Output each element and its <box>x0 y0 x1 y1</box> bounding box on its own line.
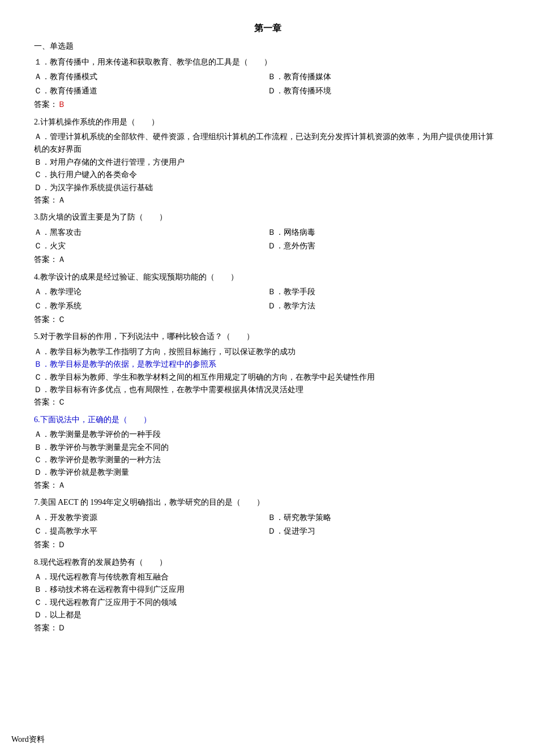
q3-options-row2: Ｃ．火灾 Ｄ．意外伤害 <box>34 240 501 252</box>
q1-options-row1: Ａ．教育传播模式 Ｂ．教育传播媒体 <box>34 71 501 83</box>
q2-body: 计算机操作系统的作用是（ ） <box>40 118 159 126</box>
q1-optD: Ｄ．教育传播环境 <box>268 85 502 97</box>
q6-text: 6.下面说法中，正确的是（ ） <box>34 414 501 426</box>
q7-options-row1: Ａ．开发教学资源 Ｂ．研究教学策略 <box>34 512 501 524</box>
q3-number: 3. <box>34 213 40 221</box>
q8-answer-value: Ｄ <box>58 624 66 632</box>
q3-optB: Ｂ．网络病毒 <box>268 226 502 239</box>
q4-optB: Ｂ．教学手段 <box>268 286 502 298</box>
q1-text: １．教育传播中，用来传递和获取教育、教学信息的工具是（ ） <box>34 56 501 68</box>
q2-answer: 答案：Ａ <box>34 194 501 207</box>
q7-answer: 答案：Ｄ <box>34 539 501 551</box>
q6-answer: 答案：Ａ <box>34 479 501 492</box>
q2-optA: Ａ．管理计算机系统的全部软件、硬件资源，合理组织计算机的工作流程，已达到充分发挥… <box>34 131 501 156</box>
question-2: 2.计算机操作系统的作用是（ ） Ａ．管理计算机系统的全部软件、硬件资源，合理组… <box>34 116 501 207</box>
q4-options-row1: Ａ．教学理论 Ｂ．教学手段 <box>34 286 501 298</box>
q7-answer-value: Ｄ <box>58 540 66 549</box>
q4-optD: Ｄ．教学方法 <box>268 300 502 312</box>
q6-optA: Ａ．教学测量是教学评价的一种手段 <box>34 428 501 441</box>
q8-optC: Ｃ．现代远程教育广泛应用于不同的领域 <box>34 596 501 609</box>
question-4: 4.教学设计的成果是经过验证、能实现预期功能的（ ） Ａ．教学理论 Ｂ．教学手段… <box>34 271 501 327</box>
q8-answer: 答案：Ｄ <box>34 622 501 634</box>
q5-text: 5.对于教学目标的作用，下列说法中，哪种比较合适？（ ） <box>34 330 501 343</box>
q4-optA: Ａ．教学理论 <box>34 286 268 298</box>
q8-optA: Ａ．现代远程教育与传统教育相互融合 <box>34 571 501 583</box>
q6-body: 下面说法中，正确的是（ ） <box>40 415 151 424</box>
q7-optD: Ｄ．促进学习 <box>268 525 502 538</box>
q6-answer-value: Ａ <box>58 481 66 489</box>
q4-answer: 答案：Ｃ <box>34 313 501 326</box>
q1-number: １． <box>34 58 50 66</box>
q4-optC: Ｃ．教学系统 <box>34 300 268 312</box>
q5-optD: Ｄ．教学目标有许多优点，也有局限性，在教学中需要根据具体情况灵活处理 <box>34 384 501 396</box>
question-5: 5.对于教学目标的作用，下列说法中，哪种比较合适？（ ） Ａ．教学目标为教学工作… <box>34 330 501 409</box>
q6-number: 6. <box>34 415 40 424</box>
q5-answer-prefix: 答案： <box>34 398 58 406</box>
q8-body: 现代远程教育的发展趋势有（ ） <box>40 558 167 566</box>
question-6: 6.下面说法中，正确的是（ ） Ａ．教学测量是教学评价的一种手段 Ｂ．教学评价与… <box>34 414 501 492</box>
q2-answer-value: Ａ <box>58 196 66 204</box>
q7-body: 美国 AECT 的 1994年定义明确指出，教学研究的目的是（ ） <box>40 498 265 506</box>
q6-optC: Ｃ．教学评价是教学测量的一种方法 <box>34 454 501 466</box>
q3-optA: Ａ．黑客攻击 <box>34 226 268 239</box>
section-title: 一、单选题 <box>34 41 501 51</box>
q2-answer-prefix: 答案： <box>34 196 58 204</box>
q7-number: 7. <box>34 498 40 506</box>
q1-answer: 答案：Ｂ <box>34 98 501 111</box>
q2-text: 2.计算机操作系统的作用是（ ） <box>34 116 501 128</box>
q6-optB: Ｂ．教学评价与教学测量是完全不同的 <box>34 441 501 454</box>
question-1: １．教育传播中，用来传递和获取教育、教学信息的工具是（ ） Ａ．教育传播模式 Ｂ… <box>34 56 501 111</box>
q6-answer-prefix: 答案： <box>34 481 58 489</box>
q5-optA: Ａ．教学目标为教学工作指明了方向，按照目标施行，可以保证教学的成功 <box>34 346 501 358</box>
q3-answer-value: Ａ <box>58 255 66 264</box>
q5-optC: Ｃ．教学目标为教师、学生和教学材料之间的相互作用规定了明确的方向，在教学中起关键… <box>34 371 501 384</box>
q7-optB: Ｂ．研究教学策略 <box>268 512 502 524</box>
q1-optA: Ａ．教育传播模式 <box>34 71 268 83</box>
q1-answer-value: Ｂ <box>58 100 66 109</box>
q3-optD: Ｄ．意外伤害 <box>268 240 502 252</box>
q3-answer-prefix: 答案： <box>34 255 58 264</box>
q7-text: 7.美国 AECT 的 1994年定义明确指出，教学研究的目的是（ ） <box>34 496 501 509</box>
q5-optB: Ｂ．教学目标是教学的依据，是教学过程中的参照系 <box>34 358 501 371</box>
q2-number: 2. <box>34 118 40 126</box>
q7-optA: Ａ．开发教学资源 <box>34 512 268 524</box>
q3-body: 防火墙的设置主要是为了防（ ） <box>40 213 167 221</box>
question-3: 3.防火墙的设置主要是为了防（ ） Ａ．黑客攻击 Ｂ．网络病毒 Ｃ．火灾 Ｄ．意… <box>34 211 501 267</box>
q5-number: 5. <box>34 332 40 341</box>
q4-answer-prefix: 答案： <box>34 315 58 324</box>
q4-body: 教学设计的成果是经过验证、能实现预期功能的（ ） <box>40 273 238 281</box>
q6-optD: Ｄ．教学评价就是教学测量 <box>34 466 501 479</box>
q1-optC: Ｃ．教育传播通道 <box>34 85 268 97</box>
q7-options-row2: Ｃ．提高教学水平 Ｄ．促进学习 <box>34 525 501 538</box>
q1-body: 教育传播中，用来传递和获取教育、教学信息的工具是（ ） <box>50 58 272 66</box>
q8-number: 8. <box>34 558 40 566</box>
q3-answer: 答案：Ａ <box>34 254 501 266</box>
page-container: 第一章 一、单选题 １．教育传播中，用来传递和获取教育、教学信息的工具是（ ） … <box>0 0 535 756</box>
q4-options-row2: Ｃ．教学系统 Ｄ．教学方法 <box>34 300 501 312</box>
q4-text: 4.教学设计的成果是经过验证、能实现预期功能的（ ） <box>34 271 501 284</box>
chapter-title: 第一章 <box>34 23 501 35</box>
q2-optC: Ｃ．执行用户键入的各类命令 <box>34 169 501 181</box>
q1-options-row2: Ｃ．教育传播通道 Ｄ．教育传播环境 <box>34 85 501 97</box>
question-8: 8.现代远程教育的发展趋势有（ ） Ａ．现代远程教育与传统教育相互融合 Ｂ．移动… <box>34 556 501 634</box>
q5-body: 对于教学目标的作用，下列说法中，哪种比较合适？（ ） <box>40 332 254 341</box>
footer: Word资料 <box>11 734 45 745</box>
q8-text: 8.现代远程教育的发展趋势有（ ） <box>34 556 501 569</box>
q8-optB: Ｂ．移动技术将在远程教育中得到广泛应用 <box>34 583 501 596</box>
q5-answer-value: Ｃ <box>58 398 66 406</box>
q4-number: 4. <box>34 273 40 281</box>
q7-answer-prefix: 答案： <box>34 540 58 549</box>
footer-label: Word资料 <box>11 735 45 744</box>
q2-optB: Ｂ．对用户存储的文件进行管理，方便用户 <box>34 156 501 169</box>
q8-optD: Ｄ．以上都是 <box>34 609 501 621</box>
q3-options-row1: Ａ．黑客攻击 Ｂ．网络病毒 <box>34 226 501 239</box>
q8-answer-prefix: 答案： <box>34 624 58 632</box>
q3-text: 3.防火墙的设置主要是为了防（ ） <box>34 211 501 224</box>
question-7: 7.美国 AECT 的 1994年定义明确指出，教学研究的目的是（ ） Ａ．开发… <box>34 496 501 552</box>
q5-answer: 答案：Ｃ <box>34 396 501 409</box>
q7-optC: Ｃ．提高教学水平 <box>34 525 268 538</box>
q4-answer-value: Ｃ <box>58 315 66 324</box>
q2-optD: Ｄ．为汉字操作系统提供运行基础 <box>34 182 501 194</box>
q3-optC: Ｃ．火灾 <box>34 240 268 252</box>
q1-answer-prefix: 答案： <box>34 100 58 109</box>
